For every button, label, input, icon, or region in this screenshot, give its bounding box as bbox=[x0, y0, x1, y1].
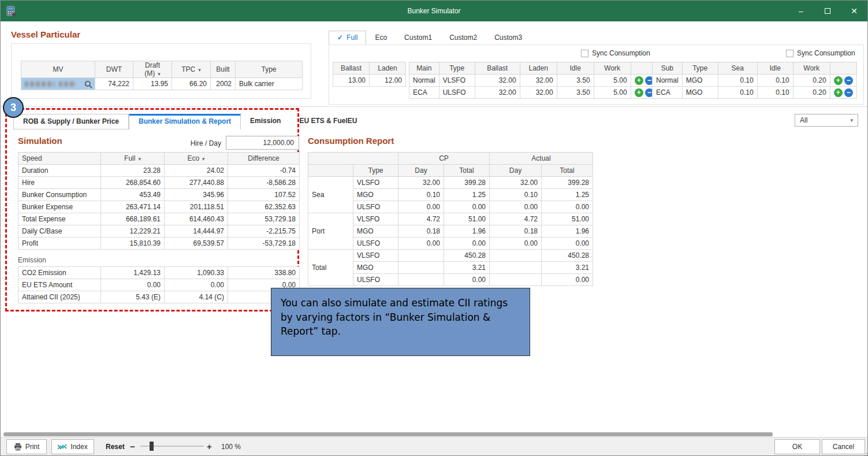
vessel-name-cell[interactable] bbox=[21, 78, 95, 90]
minimize-button[interactable]: – bbox=[788, 1, 814, 21]
cons-col-type: Type bbox=[353, 165, 398, 177]
sim-col-difference: Difference bbox=[228, 153, 300, 165]
consumption-group-label: Sea bbox=[308, 177, 353, 213]
zoom-out-button[interactable]: − bbox=[130, 442, 135, 451]
sync-consumption-checkbox-sub[interactable]: Sync Consumption bbox=[786, 49, 855, 57]
engine-cell: MGO bbox=[682, 87, 718, 99]
engine-cell[interactable]: 0.10 bbox=[718, 87, 757, 99]
engine-cell[interactable]: 5.00 bbox=[594, 87, 631, 99]
profile-tab-custom3[interactable]: Custom3 bbox=[486, 31, 531, 45]
value-cell: 0.00 bbox=[444, 238, 490, 250]
engine-cell[interactable]: 0.20 bbox=[793, 75, 830, 87]
engine-cell[interactable]: 0.10 bbox=[757, 87, 793, 99]
zoom-slider-handle[interactable] bbox=[150, 442, 154, 451]
report-tab-rob-supply-bunker-price[interactable]: ROB & Supply / Bunker Price bbox=[13, 114, 129, 129]
search-icon[interactable] bbox=[84, 80, 92, 88]
footer-bar: Print Index Reset − + 100 % OK Cancel bbox=[1, 437, 868, 456]
maximize-button[interactable] bbox=[814, 1, 841, 21]
row-label: Total Expense bbox=[18, 213, 101, 225]
fuel-type-cell: VLSFO bbox=[353, 250, 398, 262]
value-cell: 1.96 bbox=[444, 225, 490, 238]
engine-cell[interactable]: 3.50 bbox=[557, 87, 594, 99]
chevron-down-icon: ▾ bbox=[850, 117, 853, 123]
ok-button[interactable]: OK bbox=[774, 439, 820, 454]
table-row: Attained CII (2025)5.43 (E)4.14 (C) bbox=[18, 291, 300, 303]
value-cell: 107.52 bbox=[228, 189, 300, 201]
print-button[interactable]: Print bbox=[6, 439, 47, 454]
add-row-button[interactable]: + bbox=[635, 76, 643, 85]
engine-cell[interactable]: 0.20 bbox=[793, 87, 830, 99]
engine-col-ballast: Ballast bbox=[475, 62, 520, 75]
table-row: Profit15,810.3969,539.57-53,729.18 bbox=[18, 238, 300, 250]
engine-cell[interactable]: 32.00 bbox=[475, 75, 520, 87]
vessel-col-dwt: DWT bbox=[95, 61, 133, 78]
add-row-button[interactable]: + bbox=[834, 88, 843, 97]
zoom-in-button[interactable]: + bbox=[207, 442, 212, 451]
cons-col-actual-total: Total bbox=[542, 165, 593, 177]
report-tab-emission[interactable]: Emission bbox=[241, 114, 290, 129]
sim-col-eco[interactable]: Eco▾ bbox=[165, 153, 228, 165]
value-cell: 1.25 bbox=[444, 189, 490, 201]
row-label: Daily C/Base bbox=[18, 225, 101, 238]
remove-row-button[interactable]: − bbox=[844, 76, 853, 85]
vessel-col-tpc[interactable]: TPC▾ bbox=[172, 61, 211, 78]
resize-grip[interactable] bbox=[863, 453, 867, 456]
index-button[interactable]: Index bbox=[51, 439, 94, 454]
cancel-button[interactable]: Cancel bbox=[822, 439, 865, 454]
sim-col-speed: Speed bbox=[18, 153, 101, 165]
consumption-group-label: Port bbox=[308, 213, 353, 250]
hire-day-input[interactable] bbox=[226, 136, 299, 150]
value-cell: 0.18 bbox=[398, 225, 444, 238]
cons-blank-header bbox=[308, 153, 398, 165]
vessel-table: MV DWT Draft (M)▾ TPC▾ Built Type 74,222… bbox=[21, 61, 303, 90]
reset-zoom-button[interactable]: Reset bbox=[106, 443, 125, 451]
horizontal-scrollbar[interactable] bbox=[3, 432, 773, 436]
engine-cell[interactable]: 32.00 bbox=[520, 87, 557, 99]
engine-col-idle: Idle bbox=[557, 62, 594, 75]
engine-cell[interactable]: 3.50 bbox=[557, 75, 594, 87]
cons-col-cp-day: Day bbox=[398, 165, 444, 177]
profile-tab-custom1[interactable]: Custom1 bbox=[396, 31, 441, 45]
window-title: Bunker Simulator bbox=[1, 1, 867, 21]
profile-tab-label: Eco bbox=[375, 34, 387, 42]
value-cell: 0.00 bbox=[444, 274, 490, 286]
engine-cell: ECA bbox=[653, 87, 683, 99]
engine-cell[interactable]: 32.00 bbox=[520, 75, 557, 87]
cons-col-cp: CP bbox=[398, 153, 490, 165]
vessel-dwt-value: 74,222 bbox=[95, 78, 133, 90]
table-row: Bunker Consumption453.49345.96107.52 bbox=[18, 189, 300, 201]
add-row-button[interactable]: + bbox=[834, 76, 843, 85]
remove-row-button[interactable]: − bbox=[844, 88, 853, 97]
row-label: Profit bbox=[18, 238, 101, 250]
row-label: Bunker Consumption bbox=[18, 189, 101, 201]
profile-tab-eco[interactable]: Eco bbox=[366, 31, 396, 45]
report-tab-bunker-simulation-report[interactable]: Bunker Simulation & Report bbox=[129, 114, 241, 129]
speed-ballast-value[interactable]: 13.00 bbox=[333, 75, 370, 87]
engine-col-sea: Sea bbox=[718, 62, 757, 75]
speed-laden-value[interactable]: 12.00 bbox=[370, 75, 406, 87]
filter-dropdown[interactable]: All ▾ bbox=[795, 114, 858, 127]
row-label: EU ETS Amount bbox=[18, 279, 101, 291]
value-cell: 399.28 bbox=[444, 177, 490, 189]
engine-cell[interactable]: 0.10 bbox=[757, 75, 793, 87]
sync-consumption-checkbox-main[interactable]: Sync Consumption bbox=[581, 49, 650, 57]
engine-row-buttons: +− bbox=[830, 75, 856, 87]
cons-blank-header bbox=[308, 165, 353, 177]
report-tab-eu-ets-fueleu[interactable]: EU ETS & FuelEU bbox=[290, 114, 366, 129]
engine-cell[interactable]: 5.00 bbox=[594, 75, 631, 87]
vessel-col-draft[interactable]: Draft (M)▾ bbox=[133, 61, 172, 78]
engine-cell[interactable]: 0.10 bbox=[718, 75, 757, 87]
sim-col-full[interactable]: Full▾ bbox=[101, 153, 165, 165]
engine-cell[interactable]: 32.00 bbox=[475, 87, 520, 99]
close-button[interactable]: ✕ bbox=[841, 1, 867, 21]
add-row-button[interactable]: + bbox=[635, 88, 643, 97]
profile-tab-custom2[interactable]: Custom2 bbox=[441, 31, 486, 45]
profile-tab-full[interactable]: ✓Full bbox=[329, 31, 366, 45]
chevron-down-icon: ▾ bbox=[198, 67, 201, 73]
value-cell: 4.14 (C) bbox=[165, 291, 228, 303]
value-cell: 338.80 bbox=[228, 267, 300, 279]
annotation-step-badge: 3 bbox=[3, 97, 24, 118]
engine-cell: ECA bbox=[409, 87, 439, 99]
fuel-type-cell: ULSFO bbox=[353, 274, 398, 286]
consumption-report-heading: Consumption Report bbox=[308, 136, 394, 146]
